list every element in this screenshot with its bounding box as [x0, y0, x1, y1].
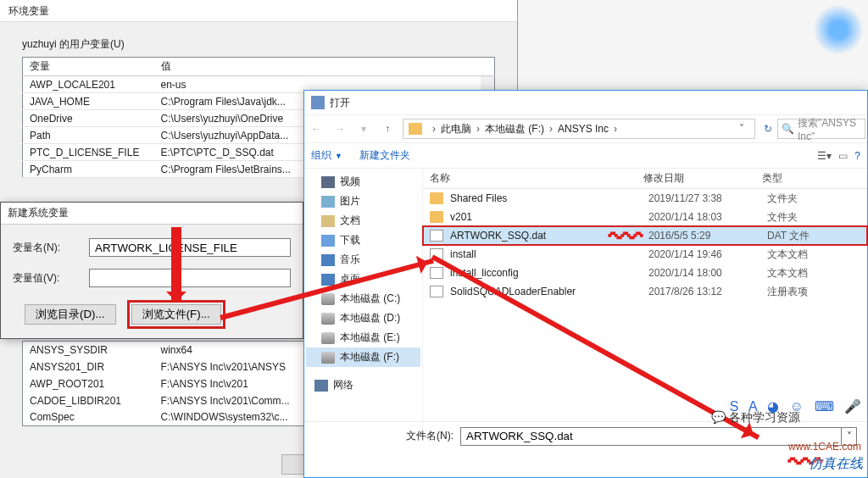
disk-icon [321, 332, 335, 344]
scrollbar[interactable] [481, 58, 495, 76]
col-value[interactable]: 值 [154, 58, 481, 76]
search-icon: 🔍 [782, 123, 794, 135]
col-variable[interactable]: 变量 [23, 58, 154, 76]
newvar-title: 新建系统变量 [1, 203, 303, 225]
nav-disk-d[interactable]: 本地磁盘 (D:) [306, 308, 420, 328]
filename-label: 文件名(N): [406, 429, 453, 443]
bc-folder[interactable]: ANSYS Inc [558, 123, 609, 135]
nav-up-button[interactable]: ↑ [376, 117, 399, 141]
annotation-squiggle: 〰 [609, 219, 643, 257]
var-name-label: 变量名(N): [13, 241, 89, 255]
video-icon [321, 176, 335, 188]
folder-icon [430, 192, 443, 204]
preview-pane-button[interactable]: ▭ [838, 150, 848, 162]
list-item[interactable]: install_licconfig2020/1/14 18:00文本文档 [423, 264, 867, 282]
organize-menu[interactable]: 组织▼ [311, 148, 342, 163]
nav-downloads[interactable]: 下载 [306, 231, 420, 250]
site-url-watermark: www.1CAE.com [788, 441, 861, 453]
user-vars-label: yuzhuyi 的用户变量(U) [22, 37, 495, 52]
nav-network[interactable]: 网络 [306, 375, 420, 395]
env-dialog-title: 环境变量 [0, 0, 517, 22]
breadcrumb[interactable]: › 此电脑 › 本地磁盘 (F:) › ANSYS Inc › ˅ [403, 119, 755, 139]
file-icon [430, 230, 443, 242]
nav-pictures[interactable]: 图片 [306, 192, 420, 211]
folder-icon [430, 211, 443, 223]
chevron-down-icon: ▼ [335, 152, 342, 160]
breadcrumb-dropdown[interactable]: ˅ [734, 123, 749, 135]
refresh-button[interactable]: ↻ [759, 123, 777, 135]
navigation-pane[interactable]: 视频 图片 文档 下载 音乐 桌面 本地磁盘 (C:) 本地磁盘 (D:) 本地… [304, 169, 423, 440]
background-logo [809, 0, 868, 59]
nav-back-button[interactable]: ← [304, 117, 328, 141]
list-item-selected[interactable]: ARTWORK_SSQ.dat2016/5/5 5:29DAT 文件 [423, 226, 867, 245]
desktop-icon [321, 274, 335, 286]
nav-documents[interactable]: 文档 [306, 211, 420, 231]
folder-icon [409, 123, 422, 135]
downloads-icon [321, 235, 335, 247]
search-input[interactable]: 🔍 搜索"ANSYS Inc" [777, 119, 865, 139]
disk-icon [321, 293, 335, 305]
documents-icon [321, 215, 335, 227]
chevron-right-icon[interactable]: › [476, 123, 480, 135]
col-name[interactable]: 名称 [423, 171, 643, 186]
new-system-variable-dialog: 新建系统变量 变量名(N): 变量值(V): 浏览目录(D)... 浏览文件(F… [0, 202, 303, 339]
open-dialog-title: 打开 [330, 96, 350, 110]
view-options-button[interactable]: ☰▾ [817, 150, 832, 162]
list-item[interactable]: v2012020/1/14 18:03文件夹 [423, 208, 867, 226]
chevron-right-icon[interactable]: › [614, 123, 617, 135]
var-value-label: 变量值(V): [13, 271, 89, 286]
var-value-input[interactable] [89, 269, 291, 287]
disk-icon [321, 352, 335, 364]
annotation-arrow [171, 227, 181, 302]
nav-videos[interactable]: 视频 [306, 172, 420, 192]
browse-directory-button[interactable]: 浏览目录(D)... [25, 304, 116, 325]
address-bar: ← → ▾ ↑ › 此电脑 › 本地磁盘 (F:) › ANSYS Inc › … [304, 114, 867, 143]
col-date[interactable]: 修改日期 [643, 171, 762, 186]
site-watermark: 仿真在线 [809, 455, 863, 473]
bc-pc[interactable]: 此电脑 [441, 122, 471, 136]
nav-disk-f[interactable]: 本地磁盘 (F:) [306, 347, 420, 367]
list-item[interactable]: install2020/1/14 19:46文本文档 [423, 245, 867, 264]
wechat-watermark: 💬 各种学习资源 [711, 410, 800, 425]
music-icon [321, 254, 335, 266]
nav-forward-button[interactable]: → [328, 117, 352, 141]
var-name-input[interactable] [89, 238, 291, 257]
nav-disk-e[interactable]: 本地磁盘 (E:) [306, 328, 420, 347]
pictures-icon [321, 196, 335, 208]
file-icon [430, 286, 443, 297]
col-type[interactable]: 类型 [762, 171, 867, 186]
chevron-right-icon[interactable]: › [549, 123, 553, 135]
filename-input[interactable] [460, 427, 842, 446]
chevron-right-icon[interactable]: › [432, 123, 436, 135]
help-button[interactable]: ? [854, 150, 860, 162]
network-icon [314, 380, 328, 392]
bc-disk[interactable]: 本地磁盘 (F:) [485, 122, 544, 136]
dialog-icon [311, 96, 325, 109]
list-item[interactable]: Shared Files2019/11/27 3:38文件夹 [423, 189, 867, 208]
disk-icon [321, 313, 335, 325]
nav-recent-button[interactable]: ▾ [352, 117, 376, 141]
new-folder-button[interactable]: 新建文件夹 [359, 148, 410, 163]
